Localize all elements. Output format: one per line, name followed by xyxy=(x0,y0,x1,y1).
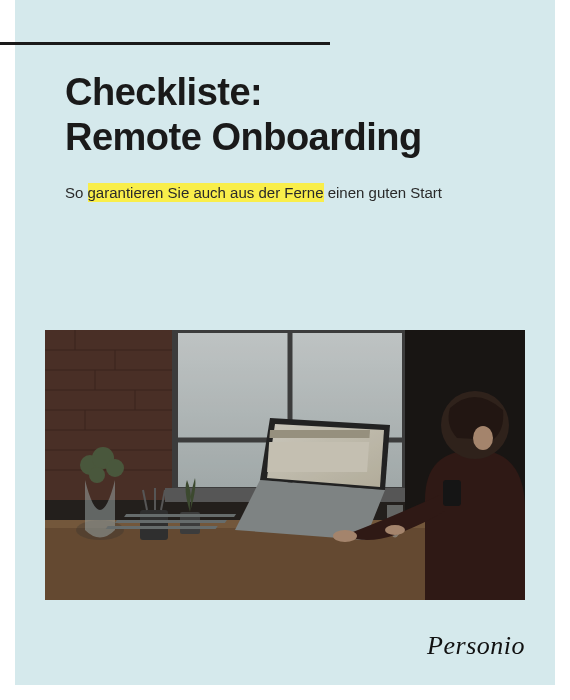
horizontal-rule xyxy=(0,42,330,45)
brand-logo: Personio xyxy=(427,631,525,661)
page-title: Checkliste: Remote Onboarding xyxy=(65,70,505,160)
document-page: Checkliste: Remote Onboarding So garanti… xyxy=(15,0,555,685)
subtitle-pre: So xyxy=(65,184,88,201)
subtitle-highlight: garantieren Sie auch aus der Ferne xyxy=(88,183,324,202)
hero-image xyxy=(45,330,525,600)
title-line-1: Checkliste: xyxy=(65,71,262,113)
remote-work-illustration xyxy=(45,330,525,600)
svg-rect-42 xyxy=(45,330,525,600)
subtitle: So garantieren Sie auch aus der Ferne ei… xyxy=(65,184,505,201)
title-line-2: Remote Onboarding xyxy=(65,116,422,158)
title-block: Checkliste: Remote Onboarding So garanti… xyxy=(15,0,555,201)
subtitle-post: einen guten Start xyxy=(324,184,442,201)
